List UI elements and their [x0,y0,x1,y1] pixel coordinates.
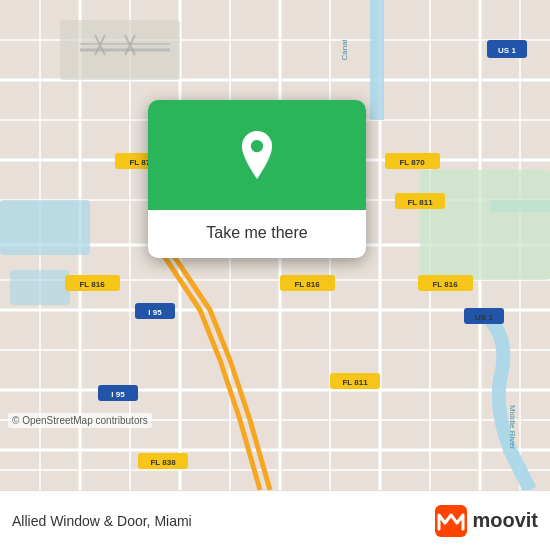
svg-text:FL 816: FL 816 [294,280,320,289]
svg-text:US 1: US 1 [498,46,516,55]
business-name: Allied Window & Door, Miami [12,513,425,529]
moovit-icon [435,505,467,537]
svg-text:FL 816: FL 816 [79,280,105,289]
svg-text:FL 870: FL 870 [399,158,425,167]
popup-green-header [148,100,366,210]
moovit-brand-text: moovit [472,509,538,532]
svg-text:FL 838: FL 838 [150,458,176,467]
svg-text:FL 816: FL 816 [432,280,458,289]
svg-text:US 1: US 1 [475,313,493,322]
svg-rect-25 [370,0,384,120]
svg-rect-29 [420,170,550,280]
map-container: FL 870 FL 870 FL 811 FL 816 FL 816 FL 81… [0,0,550,490]
svg-text:I 95: I 95 [111,390,125,399]
svg-text:FL 811: FL 811 [407,198,433,207]
take-me-there-button[interactable]: Take me there [148,210,366,258]
svg-rect-28 [10,270,70,305]
map-attribution: © OpenStreetMap contributors [8,413,152,428]
location-pin-icon [233,131,281,179]
svg-text:Middle River: Middle River [508,405,517,450]
popup-card: Take me there [148,100,366,258]
svg-rect-27 [0,200,90,255]
svg-text:Canal: Canal [340,39,349,60]
moovit-logo: moovit [435,505,538,537]
bottom-bar: Allied Window & Door, Miami moovit [0,490,550,550]
svg-text:I 95: I 95 [148,308,162,317]
svg-point-59 [251,140,263,152]
svg-text:FL 811: FL 811 [342,378,368,387]
